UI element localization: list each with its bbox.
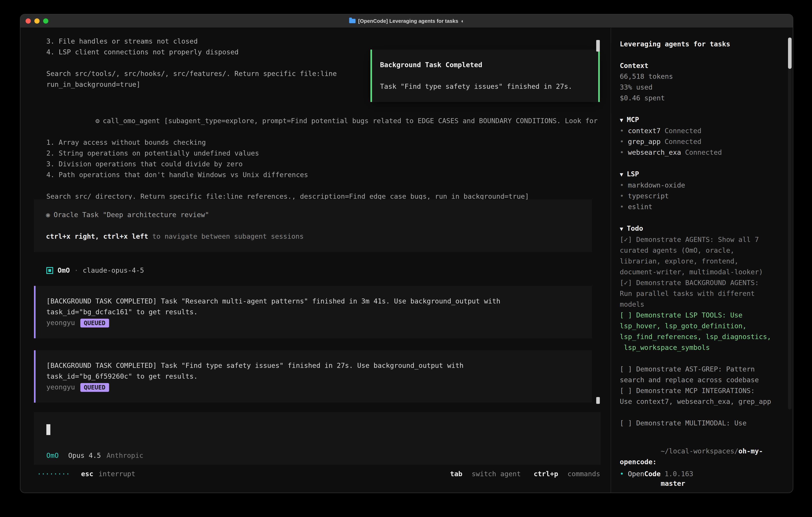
lsp-server-item: •eslint (620, 201, 777, 212)
input-model-name: Opus 4.5 (68, 452, 101, 459)
context-section: Context 66,518 tokens 33% used $0.46 spe… (620, 60, 777, 104)
tool-call-block: ⚙call_omo_agent [subagent_type=explore, … (46, 105, 598, 202)
message-meta: yeongyu QUEUED (46, 318, 581, 328)
tool-call-details: 1. Array access without bounds checking … (46, 137, 598, 202)
zoom-button[interactable] (43, 19, 48, 24)
lsp-heading: LSP (627, 170, 639, 178)
subagent-navigation-hint: ctrl+x right, ctrl+x left to navigate be… (46, 231, 580, 242)
desktop: [OpenCode] Leveraging agents for tasks ◐… (0, 0, 812, 517)
message-text: [BACKGROUND TASK COMPLETED] Task "Resear… (46, 296, 581, 318)
mcp-section-header[interactable]: ▼MCP (620, 114, 777, 126)
main-scrollbar-thumb[interactable] (596, 40, 600, 52)
mcp-server-name: websearch_exa (628, 148, 681, 156)
right-hints: tab switch agent ctrl+p commands (450, 469, 600, 480)
mcp-server-status: Connected (685, 148, 722, 156)
ctrlp-key-label: commands (568, 470, 600, 478)
lsp-list: •markdown-oxide •typescript •eslint (620, 180, 777, 212)
hint-text: to navigate between subagent sessions (148, 232, 304, 240)
bullet-icon: • (620, 470, 624, 478)
chevron-down-icon: ▼ (620, 171, 623, 178)
toast-title: Background Task Completed (380, 60, 590, 71)
chevron-down-icon: ▼ (620, 225, 623, 232)
todo-section-header[interactable]: ▼Todo (620, 223, 777, 234)
mcp-section: ▼MCP •context7Connected •grep_appConnect… (620, 114, 777, 158)
lsp-server-name: markdown-oxide (628, 181, 685, 189)
tab-key-label: switch agent (472, 470, 521, 478)
mcp-server-name: grep_app (628, 138, 661, 145)
context-stats: 66,518 tokens 33% used $0.46 spent (620, 71, 777, 104)
mcp-server-item: •websearch_exaConnected (620, 147, 777, 158)
spinner-dots: ········ (37, 469, 70, 480)
minimize-button[interactable] (34, 19, 39, 24)
app-version-footer: •OpenCode1.0.163 (620, 469, 693, 480)
message-author: yeongyu (46, 382, 75, 393)
bullet-icon: • (620, 203, 624, 211)
input-agent-name: OmO (46, 452, 59, 459)
session-title: Leveraging agents for tasks (620, 39, 777, 50)
mcp-heading: MCP (627, 115, 639, 124)
titlebar[interactable]: [OpenCode] Leveraging agents for tasks ◐ (20, 15, 793, 28)
status-bar: ········ esc interrupt tab switch agent … (37, 469, 600, 480)
text-cursor (46, 424, 50, 435)
oracle-task-card[interactable]: ◉Oracle Task "Deep architecture review" … (34, 199, 592, 252)
lsp-section-header[interactable]: ▼LSP (620, 169, 777, 180)
esc-key-label: interrupt (98, 469, 135, 480)
todo-section: ▼Todo [✓] Demonstrate AGENTS: Show all 7… (620, 223, 777, 429)
mcp-list: •context7Connected •grep_appConnected •w… (620, 126, 777, 158)
sidebar-scrollbar-thumb[interactable] (788, 37, 792, 69)
app-name: Open (628, 470, 644, 478)
opencode-window: [OpenCode] Leveraging agents for tasks ◐… (20, 14, 793, 493)
oracle-title-row: ◉Oracle Task "Deep architecture review" (46, 210, 580, 220)
tab-key-hint: tab (450, 470, 462, 478)
lsp-server-name: typescript (628, 192, 669, 200)
context-stat: 66,518 tokens (620, 71, 777, 82)
status-badge: QUEUED (80, 319, 109, 327)
message-list: [BACKGROUND TASK COMPLETED] Task "Resear… (34, 286, 592, 403)
status-badge: QUEUED (80, 383, 109, 392)
workspace-path: ~/local-workspaces/oh-my-opencode: maste… (620, 435, 793, 493)
message-scrollbar-thumb[interactable] (596, 397, 600, 404)
oracle-icon: ◉ (46, 211, 50, 219)
gear-icon: ⚙ (95, 117, 100, 125)
context-stat: 33% used (620, 82, 777, 93)
message-meta: yeongyu QUEUED (46, 382, 581, 393)
bullet-icon: • (620, 181, 624, 189)
sidebar-scrollbar-track[interactable] (788, 37, 792, 409)
todo-list: [✓] Demonstrate AGENTS: Show all 7 curat… (620, 234, 777, 429)
session-progress-icon: ◐ (461, 15, 464, 28)
prompt-input[interactable]: OmOOpus 4.5Anthropic (34, 412, 601, 465)
todo-item: [ ] Demonstrate LSP TOOLS: Use lsp_hover… (620, 310, 777, 353)
folder-icon (349, 19, 355, 23)
agent-header: OmO · claude-opus-4-5 (46, 265, 144, 276)
session-sidebar: Leveraging agents for tasks Context 66,5… (611, 28, 793, 493)
agent-icon (46, 267, 53, 274)
lsp-server-item: •markdown-oxide (620, 180, 777, 191)
context-heading: Context (620, 60, 777, 71)
todo-item: [ ] Demonstrate MULTIMODAL: Use (620, 418, 777, 429)
mcp-server-item: •context7Connected (620, 126, 777, 136)
lsp-server-name: eslint (628, 203, 652, 211)
mcp-server-status: Connected (665, 138, 701, 145)
chevron-down-icon: ▼ (620, 117, 623, 123)
mcp-server-item: •grep_appConnected (620, 136, 777, 147)
message-author: yeongyu (46, 318, 75, 328)
todo-item: [ ] Demonstrate AST-GREP: Pattern search… (620, 364, 777, 385)
terminal-output-text: 3. File handles or streams not closed 4.… (46, 36, 337, 90)
esc-key-hint: esc (81, 469, 93, 480)
message-text: [BACKGROUND TASK COMPLETED] Task "Find t… (46, 360, 581, 382)
bullet-icon: • (620, 127, 624, 135)
workspace-branch: master (661, 480, 685, 487)
tool-call-title: call_omo_agent [subagent_type=explore, p… (103, 117, 598, 125)
agent-name: OmO (58, 265, 70, 276)
todo-item: [ ] Demonstrate MCP INTEGRATIONS: Use co… (620, 385, 777, 407)
separator-dot: · (74, 265, 78, 276)
agent-model: claude-opus-4-5 (83, 265, 144, 276)
bullet-icon: • (620, 148, 624, 156)
lsp-server-item: •typescript (620, 191, 777, 201)
oracle-title: Oracle Task "Deep architecture review" (54, 211, 209, 219)
todo-item: [✓] Demonstrate BACKGROUND AGENTS: Run p… (620, 277, 777, 310)
app-version: 1.0.163 (665, 470, 693, 478)
input-meta: OmOOpus 4.5Anthropic (46, 450, 143, 461)
background-task-toast[interactable]: Background Task Completed Task "Find typ… (371, 50, 600, 102)
close-button[interactable] (26, 19, 31, 24)
